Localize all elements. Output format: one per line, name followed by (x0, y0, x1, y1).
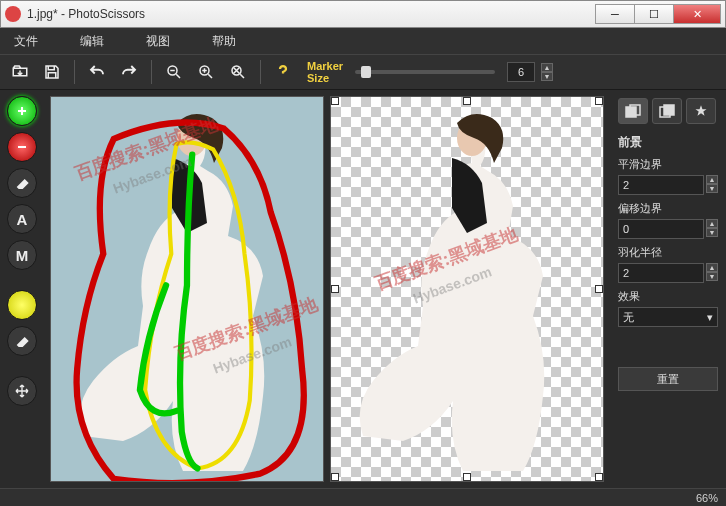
crop-handle[interactable] (463, 97, 471, 105)
feather-label: 羽化半径 (618, 245, 718, 260)
menu-help[interactable]: 帮助 (206, 29, 242, 54)
smooth-input[interactable]: 2 ▲▼ (618, 175, 718, 195)
menu-edit[interactable]: 编辑 (74, 29, 110, 54)
zoom-fit-button[interactable] (224, 58, 252, 86)
marker-size-value[interactable]: 6 (507, 62, 535, 82)
redo-button[interactable] (115, 58, 143, 86)
tool-palette: A M (0, 90, 44, 488)
svg-rect-8 (664, 105, 674, 115)
marker-size-slider[interactable] (355, 70, 495, 74)
menu-view[interactable]: 视图 (140, 29, 176, 54)
crop-handle[interactable] (331, 285, 339, 293)
zoom-level: 66% (696, 492, 718, 504)
separator (74, 60, 75, 84)
tab-foreground[interactable] (618, 98, 648, 124)
crop-handle[interactable] (463, 473, 471, 481)
auto-tool[interactable]: A (7, 204, 37, 234)
save-button[interactable] (38, 58, 66, 86)
tab-background[interactable] (652, 98, 682, 124)
reset-button[interactable]: 重置 (618, 367, 718, 391)
zoom-out-button[interactable] (160, 58, 188, 86)
result-canvas[interactable]: 百度搜索:黑域基地 Hybase.com (330, 96, 604, 482)
feather-input[interactable]: 2 ▲▼ (618, 263, 718, 283)
toolbar: Marker Size 6 ▲▼ (0, 54, 726, 90)
app-icon (5, 6, 21, 22)
marker-size-label: Marker Size (307, 60, 343, 84)
crop-handle[interactable] (331, 97, 339, 105)
panel-tabs (618, 98, 718, 124)
main-area: A M 百度搜索:黑域基地 Hybase.com 百度搜索 (0, 90, 726, 488)
manual-tool[interactable]: M (7, 240, 37, 270)
minimize-button[interactable]: ─ (595, 4, 635, 24)
properties-panel: 前景 平滑边界 2 ▲▼ 偏移边界 0 ▲▼ 羽化半径 2 ▲▼ 效果 无▾ 重… (610, 90, 726, 488)
eraser-tool[interactable] (7, 168, 37, 198)
statusbar: 66% (0, 488, 726, 506)
help-button[interactable] (269, 58, 297, 86)
canvas-container: 百度搜索:黑域基地 Hybase.com 百度搜索:黑域基地 Hybase.co… (44, 90, 610, 488)
result-image (337, 103, 597, 482)
tab-favorites[interactable] (686, 98, 716, 124)
eraser2-tool[interactable] (7, 326, 37, 356)
crop-handle[interactable] (595, 473, 603, 481)
titlebar: 1.jpg* - PhotoScissors ─ ☐ ✕ (0, 0, 726, 28)
background-marker-tool[interactable] (7, 132, 37, 162)
separator (151, 60, 152, 84)
menubar: 文件 编辑 视图 帮助 (0, 28, 726, 54)
section-title: 前景 (618, 134, 718, 151)
smooth-label: 平滑边界 (618, 157, 718, 172)
effect-select[interactable]: 无▾ (618, 307, 718, 327)
crop-handle[interactable] (595, 285, 603, 293)
crop-handle[interactable] (331, 473, 339, 481)
open-button[interactable] (6, 58, 34, 86)
maximize-button[interactable]: ☐ (634, 4, 674, 24)
marker-strokes (51, 97, 323, 482)
close-button[interactable]: ✕ (673, 4, 721, 24)
offset-input[interactable]: 0 ▲▼ (618, 219, 718, 239)
marker-size-spinner[interactable]: ▲▼ (541, 63, 553, 81)
undo-button[interactable] (83, 58, 111, 86)
window-title: 1.jpg* - PhotoScissors (27, 7, 596, 21)
offset-label: 偏移边界 (618, 201, 718, 216)
menu-file[interactable]: 文件 (8, 29, 44, 54)
zoom-in-button[interactable] (192, 58, 220, 86)
highlight-marker-tool[interactable] (7, 290, 37, 320)
crop-handle[interactable] (595, 97, 603, 105)
effect-label: 效果 (618, 289, 718, 304)
separator (260, 60, 261, 84)
foreground-marker-tool[interactable] (7, 96, 37, 126)
source-canvas[interactable]: 百度搜索:黑域基地 Hybase.com 百度搜索:黑域基地 Hybase.co… (50, 96, 324, 482)
window-controls: ─ ☐ ✕ (596, 4, 721, 24)
move-tool[interactable] (7, 376, 37, 406)
